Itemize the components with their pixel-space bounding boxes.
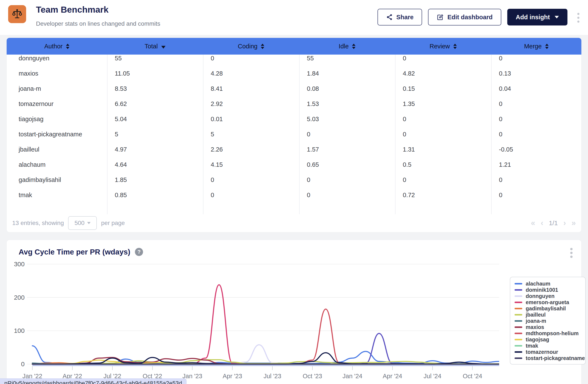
review-cell: 0.5 [395,157,491,172]
review-cell: 0.72 [395,187,491,203]
chart-legend: alachaumdominik1001donnguyenemerson-argu… [510,277,586,364]
legend-swatch [515,289,522,291]
legend-swatch [515,320,522,322]
pagination: « ‹ 1/1 › » [531,219,576,227]
legend-swatch [515,339,522,340]
first-page-button[interactable]: « [531,219,535,227]
idle-cell: 0 [299,187,395,203]
total-cell: 6.62 [107,96,203,112]
x-tick [352,366,353,370]
review-cell: 0 [395,55,491,66]
legend-item[interactable]: tmak [515,343,585,349]
author-cell: jbailleul [7,142,107,157]
help-icon[interactable]: ? [135,248,143,256]
legend-item[interactable]: maxios [515,324,585,330]
merge-cell: 1.21 [491,157,581,172]
x-tick-label: Oct '23 [294,373,331,380]
total-cell: 0.85 [107,187,203,203]
legend-item[interactable]: mdthompson-helium [515,330,585,337]
table-row-filler [7,203,581,214]
legend-label: alachaum [526,281,550,287]
table-body: donnguyen5505500maxios11.054.281.844.820… [7,55,581,214]
table-row: gadimbaylisahil1.850000 [7,172,581,187]
author-cell: tiagojsag [7,112,107,127]
caret-down-icon [555,16,559,19]
column-header-review[interactable]: Review [395,38,491,55]
next-page-button[interactable]: › [563,219,566,227]
edit-dashboard-button[interactable]: Edit dashboard [428,9,501,25]
per-page-text: per page [101,220,125,226]
page-size-select[interactable]: 500 [68,216,97,230]
table-row: tiagojsag5.040.015.0300 [7,112,581,127]
coding-cell: 2.26 [203,142,299,157]
legend-label: emerson-argueta [526,299,569,305]
total-cell: 4.64 [107,157,203,172]
table-row: tmak0.85000.720 [7,187,581,203]
sort-both-icon [261,44,264,49]
legend-item[interactable]: emerson-argueta [515,299,585,305]
table-header-row: AuthorTotalCodingIdleReviewMerge [7,38,581,55]
idle-cell: 0 [299,127,395,142]
y-tick-label: 300 [10,261,25,268]
legend-label: dominik1001 [526,287,558,293]
x-tick-label: Jul '24 [414,373,451,380]
column-label: Review [430,43,450,50]
column-header-idle[interactable]: Idle [299,38,395,55]
column-header-merge[interactable]: Merge [491,38,581,55]
review-cell: 0.15 [395,81,491,96]
merge-cell: 0 [491,96,581,112]
x-tick-label: Oct '24 [454,373,491,380]
chart-kebab-icon[interactable] [568,246,574,259]
review-cell: 0 [395,172,491,187]
entries-text: 13 entries, showing [12,220,64,226]
legend-item[interactable]: jbailleul [515,312,585,318]
column-header-author[interactable]: Author [7,38,107,55]
merge-cell: 0 [491,172,581,187]
status-bar-text: nRj0v5/reports/dashboards/0be7f0c7-9d66-… [4,380,182,384]
review-cell: 4.82 [395,66,491,81]
x-tick-label: Apr '23 [214,373,251,380]
merge-cell: 0.04 [491,81,581,96]
legend-item[interactable]: donnguyen [515,293,585,299]
share-button[interactable]: Share [378,9,422,25]
legend-swatch [515,351,522,353]
coding-cell: 0.01 [203,112,299,127]
legend-label: tiagojsag [526,337,549,343]
y-tick-label: 200 [10,294,25,301]
review-cell: 1.31 [395,142,491,157]
legend-label: gadimbaylisahil [526,305,566,312]
legend-swatch [515,283,522,284]
prev-page-button[interactable]: ‹ [541,219,543,227]
last-page-button[interactable]: » [571,219,576,227]
sort-desc-icon [161,46,166,49]
idle-cell: 1.57 [299,142,395,157]
column-header-total[interactable]: Total [107,38,203,55]
table-row: joana-m8.538.410.080.150.04 [7,81,581,96]
legend-item[interactable]: tostart-pickagreatname [515,355,585,361]
legend-item[interactable]: gadimbaylisahil [515,305,585,312]
legend-item[interactable]: tomazernour [515,349,585,355]
total-cell: 5 [107,127,203,142]
legend-item[interactable]: dominik1001 [515,287,585,293]
coding-cell: 0 [203,172,299,187]
add-insight-button[interactable]: Add insight [507,9,567,25]
edit-dashboard-button-label: Edit dashboard [447,14,492,21]
link-preview-status-bar: nRj0v5/reports/dashboards/0be7f0c7-9d66-… [0,378,187,384]
legend-item[interactable]: tiagojsag [515,337,585,343]
cycle-time-chart-card: Avg Cycle Time per PR (wdays) ? 01002003… [6,240,582,384]
table-row: tostart-pickagreatname55000 [7,127,581,142]
legend-item[interactable]: joana-m [515,318,585,324]
legend-item[interactable]: alachaum [515,281,585,287]
merge-cell: 0 [491,112,581,127]
author-cell: donnguyen [7,55,107,66]
total-cell: 11.05 [107,66,203,81]
legend-swatch [515,326,522,328]
column-header-coding[interactable]: Coding [203,38,299,55]
legend-swatch [515,358,522,359]
page-subtitle: Developer stats on lines changed and com… [36,20,160,27]
review-cell: 0 [395,127,491,142]
header-kebab-icon[interactable] [575,11,582,25]
line-chart-plot [26,259,499,369]
x-tick [192,366,192,370]
x-tick [472,366,473,370]
